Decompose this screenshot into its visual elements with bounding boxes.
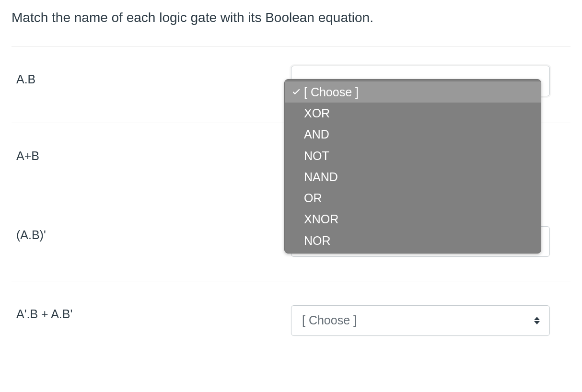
option-label: NAND — [304, 168, 535, 185]
equation-label: A+B — [12, 147, 291, 163]
dropdown-option-nor[interactable]: NOR — [285, 230, 541, 251]
dropdown-option-choose[interactable]: [ Choose ] — [285, 81, 541, 103]
question-prompt: Match the name of each logic gate with i… — [12, 9, 570, 27]
dropdown-option-and[interactable]: AND — [285, 124, 541, 145]
option-label: NOT — [304, 147, 535, 164]
equation-label: (A.B)' — [12, 226, 291, 242]
option-label: OR — [304, 189, 535, 207]
option-label: NOR — [304, 232, 535, 249]
option-label: [ Choose ] — [304, 83, 535, 101]
option-label: XNOR — [304, 210, 535, 228]
match-row: A'.B + A.B' [ Choose ] — [12, 281, 570, 360]
answer-cell: [ Choose ] — [291, 305, 570, 336]
option-label: AND — [304, 126, 535, 143]
select-placeholder: [ Choose ] — [302, 313, 357, 327]
sort-icon — [533, 315, 541, 326]
answer-select[interactable]: [ Choose ] — [291, 305, 550, 336]
match-row: A.B [ Choose ] XOR — [12, 46, 570, 123]
equation-label: A.B — [12, 70, 291, 86]
dropdown-list[interactable]: [ Choose ] XOR AND NOT — [284, 79, 541, 254]
dropdown-option-xnor[interactable]: XNOR — [285, 208, 541, 230]
equation-label: A'.B + A.B' — [12, 305, 291, 321]
dropdown-option-nand[interactable]: NAND — [285, 166, 541, 187]
dropdown-open[interactable]: [ Choose ] XOR AND NOT — [291, 66, 550, 96]
check-icon — [291, 88, 302, 96]
dropdown-option-not[interactable]: NOT — [285, 145, 541, 166]
dropdown-option-xor[interactable]: XOR — [285, 103, 541, 124]
dropdown-option-or[interactable]: OR — [285, 187, 541, 208]
matching-rows: A.B [ Choose ] XOR — [12, 46, 570, 360]
option-label: XOR — [304, 104, 535, 122]
